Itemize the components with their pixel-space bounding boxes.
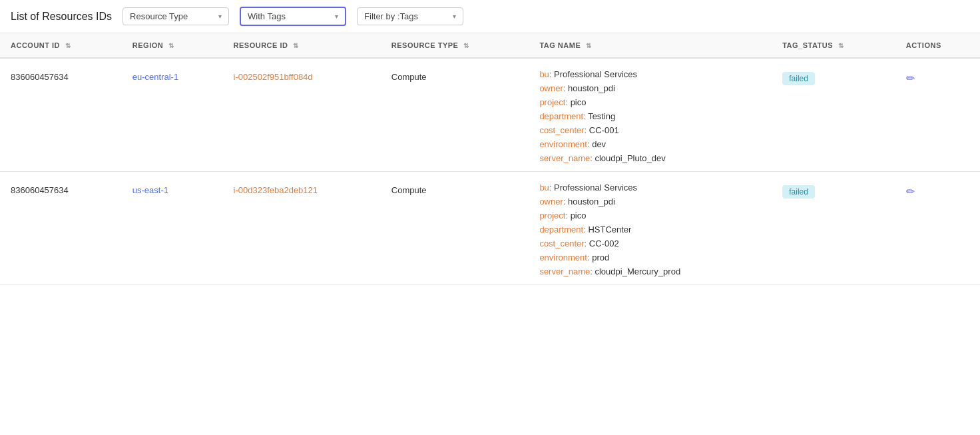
tag-key: bu <box>539 183 549 193</box>
tag-key: environment <box>539 139 587 149</box>
col-tag-name: TAG NAME ⇅ <box>529 33 772 58</box>
tag-item: server_name: cloudpi_Pluto_dev <box>539 153 761 163</box>
tag-item: owner: houston_pdi <box>539 83 761 93</box>
chevron-down-icon: ▾ <box>218 13 222 20</box>
tag-status-cell: failed <box>772 172 895 285</box>
region-link[interactable]: eu-central-1 <box>132 72 178 82</box>
table-row: 836060457634eu-central-1i-002502f951bff0… <box>0 58 980 172</box>
filter-by-tags-dropdown[interactable]: Filter by :Tags ▾ <box>357 7 463 25</box>
account-id-cell: 836060457634 <box>0 58 122 172</box>
tag-item: server_name: cloudpi_Mercury_prod <box>539 266 761 276</box>
tag-value: CC-002 <box>589 238 619 248</box>
tag-item: environment: prod <box>539 252 761 262</box>
tag-separator: : <box>563 83 568 93</box>
resource-id-cell: i-002502f951bff084d <box>223 58 381 172</box>
tag-separator: : <box>565 97 570 107</box>
tag-key: cost_center <box>539 125 584 135</box>
tag-value: cloudpi_Mercury_prod <box>595 266 680 276</box>
account-id-cell: 836060457634 <box>0 172 122 285</box>
tag-separator: : <box>565 211 570 220</box>
tag-separator: : <box>585 125 589 135</box>
tag-name-cell: bu: Professional Servicesowner: houston_… <box>529 58 772 172</box>
tag-value: pico <box>571 211 587 220</box>
table-header-row: ACCOUNT ID ⇅ REGION ⇅ RESOURCE ID ⇅ RESO… <box>0 33 980 58</box>
tag-key: department <box>539 111 583 121</box>
resources-table: ACCOUNT ID ⇅ REGION ⇅ RESOURCE ID ⇅ RESO… <box>0 33 980 285</box>
tag-key: cost_center <box>539 238 584 248</box>
sort-icon[interactable]: ⇅ <box>838 42 844 49</box>
edit-button[interactable]: ✏ <box>906 186 915 197</box>
header: List of Resources IDs Resource Type ▾ Wi… <box>0 0 980 33</box>
sort-icon[interactable]: ⇅ <box>293 42 299 49</box>
col-resource-type: RESOURCE TYPE ⇅ <box>381 33 529 58</box>
tag-value: Testing <box>588 111 615 121</box>
tag-item: department: HSTCenter <box>539 224 761 234</box>
tag-item: department: Testing <box>539 111 761 121</box>
tag-item: bu: Professional Services <box>539 183 761 193</box>
tag-key: owner <box>539 197 563 207</box>
tag-item: cost_center: CC-002 <box>539 238 761 248</box>
col-tag-status: TAG_STATUS ⇅ <box>772 33 895 58</box>
resource-id-cell: i-00d323feba2deb121 <box>223 172 381 285</box>
filter-by-tags-label: Filter by :Tags <box>364 11 418 21</box>
tag-value: houston_pdi <box>568 197 615 207</box>
col-region: REGION ⇅ <box>122 33 223 58</box>
tag-separator: : <box>549 69 554 79</box>
tag-status-cell: failed <box>772 58 895 172</box>
sort-icon[interactable]: ⇅ <box>168 42 174 49</box>
tag-name-cell: bu: Professional Servicesowner: houston_… <box>529 172 772 285</box>
actions-cell: ✏ <box>895 172 980 285</box>
resource-type-cell: Compute <box>381 172 529 285</box>
tag-key: server_name <box>539 153 590 163</box>
resource-id-link[interactable]: i-002502f951bff084d <box>234 72 313 82</box>
with-tags-label: With Tags <box>248 11 286 21</box>
tag-value: pico <box>571 97 587 107</box>
tag-key: environment <box>539 252 587 262</box>
chevron-down-icon: ▾ <box>453 13 456 20</box>
col-actions: ACTIONS <box>895 33 980 58</box>
tag-value: Professional Services <box>554 183 637 193</box>
tag-value: Professional Services <box>554 69 637 79</box>
tag-separator: : <box>549 183 554 193</box>
tag-item: environment: dev <box>539 139 761 149</box>
tag-value: houston_pdi <box>568 83 615 93</box>
resource-type-dropdown[interactable]: Resource Type ▾ <box>122 7 229 25</box>
tag-item: project: pico <box>539 97 761 107</box>
tag-item: cost_center: CC-001 <box>539 125 761 135</box>
tag-value: CC-001 <box>589 125 619 135</box>
resources-table-container: ACCOUNT ID ⇅ REGION ⇅ RESOURCE ID ⇅ RESO… <box>0 33 980 285</box>
with-tags-dropdown[interactable]: With Tags ▾ <box>240 7 346 26</box>
tag-key: owner <box>539 83 563 93</box>
tag-key: project <box>539 211 565 220</box>
table-row: 836060457634us-east-1i-00d323feba2deb121… <box>0 172 980 285</box>
tag-value: cloudpi_Pluto_dev <box>595 153 665 163</box>
tag-separator: : <box>585 238 589 248</box>
tag-key: bu <box>539 69 549 79</box>
tag-value: dev <box>592 139 606 149</box>
tag-value: prod <box>592 252 609 262</box>
tag-separator: : <box>563 197 568 207</box>
tag-item: project: pico <box>539 211 761 220</box>
resource-type-label: Resource Type <box>130 11 188 21</box>
region-cell: us-east-1 <box>122 172 223 285</box>
status-badge: failed <box>782 185 815 199</box>
region-link[interactable]: us-east-1 <box>132 185 168 195</box>
resource-id-link[interactable]: i-00d323feba2deb121 <box>234 185 318 195</box>
tag-value: HSTCenter <box>588 224 631 234</box>
tag-item: owner: houston_pdi <box>539 197 761 207</box>
edit-button[interactable]: ✏ <box>906 73 915 84</box>
tag-key: project <box>539 97 565 107</box>
resource-type-cell: Compute <box>381 58 529 172</box>
actions-cell: ✏ <box>895 58 980 172</box>
col-account-id: ACCOUNT ID ⇅ <box>0 33 122 58</box>
tag-key: server_name <box>539 266 590 276</box>
region-cell: eu-central-1 <box>122 58 223 172</box>
page-title: List of Resources IDs <box>11 11 112 23</box>
chevron-down-icon: ▾ <box>335 13 338 20</box>
tag-key: department <box>539 224 583 234</box>
sort-icon[interactable]: ⇅ <box>586 42 592 49</box>
status-badge: failed <box>782 72 815 85</box>
col-resource-id: RESOURCE ID ⇅ <box>223 33 381 58</box>
sort-icon[interactable]: ⇅ <box>463 42 469 49</box>
sort-icon[interactable]: ⇅ <box>65 42 71 49</box>
